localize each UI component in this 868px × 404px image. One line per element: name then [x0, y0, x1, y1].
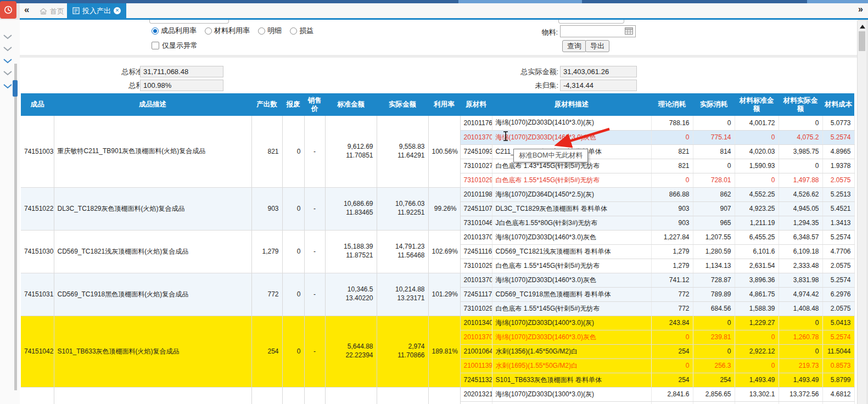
product-output-qty: 821 — [251, 116, 282, 187]
column-header[interactable]: 成品描述 — [54, 93, 251, 116]
product-description: CD569_TC1918黑色顶棚面料(火焰)复合成品 — [54, 273, 251, 316]
material-code: 20101340 — [460, 316, 492, 330]
material-theory-consumption: 0 — [651, 358, 693, 373]
product-code: 74151003 — [21, 116, 54, 187]
material-theory-consumption: 1,279 — [651, 244, 693, 259]
material-code: 20101370 — [460, 401, 492, 404]
clock-button[interactable] — [0, 1, 16, 19]
radio-icon[interactable] — [205, 27, 212, 35]
column-header[interactable]: 报废 — [282, 93, 304, 116]
tab-bar: « 首页 投入产出 ✕ — [20, 3, 868, 18]
checkbox-icon[interactable] — [152, 42, 159, 49]
product-code: 74151022 — [21, 187, 54, 230]
vertical-scrollbar[interactable] — [857, 21, 866, 404]
query-button[interactable]: 查询 — [562, 40, 586, 52]
radio-option[interactable]: 明细 — [258, 26, 282, 36]
material-code: 73101029 — [460, 259, 492, 273]
amount-line: 13.23171 — [380, 294, 425, 303]
home-icon — [40, 8, 47, 15]
expand-tabs-icon[interactable]: » — [858, 4, 863, 14]
material-actual-amount: 3,985.75 — [779, 144, 822, 159]
export-button[interactable]: 导出 — [585, 40, 609, 52]
chevron-down-icon[interactable] — [3, 70, 13, 76]
material-standard-amount: 1,229.27 — [735, 316, 779, 330]
material-row[interactable]: 74151042S101_TB633灰色顶棚面料(火焰)复合成品2540-5,6… — [21, 316, 854, 330]
material-row[interactable]: 74151022DL3C_TC1829灰色顶棚面料(火焰)复合成品9030-10… — [21, 187, 854, 201]
scrollbar-thumb[interactable] — [859, 31, 865, 51]
material-row[interactable]: 20201321海绵(1070)ZD303D(1300*3.0)(灰)2,841… — [21, 387, 854, 401]
product-description: S101_TB633灰色顶棚面料(火焰)复合成品 — [54, 316, 251, 387]
material-standard-amount — [735, 401, 779, 404]
column-header[interactable]: 销售价 — [304, 93, 325, 116]
material-row[interactable]: 74151031CD569_TC1918黑色顶棚面料(火焰)复合成品7720-1… — [21, 273, 854, 287]
material-row[interactable]: 74151030CD569_TC1821浅灰顶棚面料(火焰)复合成品1,2790… — [21, 230, 854, 244]
column-header[interactable]: 理论消耗 — [651, 93, 693, 116]
radio-icon[interactable] — [258, 27, 265, 35]
column-header[interactable]: 产出数 — [251, 93, 282, 116]
document-icon — [72, 7, 80, 14]
chevron-down-icon[interactable] — [3, 83, 13, 89]
material-actual-consumption: 1,280.59 — [693, 244, 735, 259]
product-sale-price: - — [304, 116, 325, 187]
material-code: 72451107 — [460, 201, 492, 216]
product-output-qty: 903 — [251, 187, 282, 230]
lookup-grid-icon[interactable] — [625, 27, 633, 35]
clipped-input[interactable] — [149, 20, 229, 24]
column-header[interactable]: 材料成本 — [822, 93, 854, 116]
material-actual-consumption: 965 — [693, 216, 735, 230]
column-header[interactable]: 实际消耗 — [693, 93, 735, 116]
material-actual-amount: 6,109.18 — [779, 244, 822, 259]
product-utilization: 99.26% — [428, 187, 460, 230]
collapse-tabs-icon[interactable]: « — [24, 4, 29, 15]
radio-option[interactable]: 损益 — [290, 26, 313, 36]
chevron-down-icon[interactable] — [3, 58, 13, 64]
clipped-input[interactable] — [558, 20, 624, 24]
abnormal-only-checkbox-row[interactable]: 仅显示异常 — [152, 41, 198, 50]
material-actual-amount: 4,075.2 — [779, 130, 822, 144]
material-standard-amount: 1,590.93 — [735, 159, 779, 173]
radio-icon[interactable] — [290, 27, 297, 35]
column-header[interactable]: 实际金额 — [377, 93, 428, 116]
material-actual-amount: 6,348.57 — [779, 230, 822, 244]
scroll-up-icon[interactable] — [860, 25, 865, 29]
product-actual-amount: 10,766.0311.92251 — [377, 187, 428, 230]
radio-icon[interactable] — [152, 27, 159, 35]
column-header[interactable]: 原材料 — [460, 93, 492, 116]
radio-option[interactable]: 成品利用率 — [152, 26, 197, 36]
material-unit-cost: 6.2976 — [822, 287, 854, 301]
product-standard-amount: 10,346.513.40220 — [325, 273, 377, 316]
chevron-down-icon[interactable] — [3, 34, 13, 40]
amount-line: 22.22394 — [329, 351, 373, 360]
material-description: 海绵(1070)ZD303D(1400*3.0)(灰) — [492, 316, 651, 330]
total-standard-value: 31,711,068.48 — [140, 66, 223, 77]
column-header[interactable]: 成品 — [21, 93, 54, 116]
column-header[interactable]: 标准金额 — [325, 93, 377, 116]
material-actual-amount: 0 — [779, 344, 822, 358]
column-header[interactable]: 材料标准金额 — [735, 93, 779, 116]
material-actual-consumption: 684.56 — [693, 301, 735, 316]
material-actual-consumption: 0 — [693, 159, 735, 173]
radio-label: 损益 — [299, 26, 313, 36]
sidebar-scrollbar-track[interactable] — [14, 64, 17, 390]
material-description: 海绵(1070)ZD364D(1450*2.5)(灰) — [492, 187, 651, 201]
material-standard-amount: 4,861.75 — [735, 287, 779, 301]
material-code: 21001139 — [460, 358, 492, 373]
material-code: 72451116 — [460, 244, 492, 259]
material-row[interactable]: 74151003重庆敏特C211_TB901灰色顶棚面料(火焰)复合成品8210… — [21, 116, 854, 130]
material-description: 海绵(1070)ZD303D(1460*3.0)灰色 — [492, 230, 651, 244]
sidebar-scrollbar-thumb[interactable] — [13, 80, 18, 97]
product-utilization: 102.69% — [428, 230, 460, 273]
column-header[interactable]: 材料实际金额 — [779, 93, 822, 116]
radio-option[interactable]: 材料利用率 — [205, 26, 250, 36]
column-header[interactable]: 利用率 — [428, 93, 460, 116]
tab-input-output[interactable]: 投入产出 ✕ — [67, 3, 126, 18]
close-tab-icon[interactable]: ✕ — [114, 7, 121, 14]
product-code: 74151031 — [21, 273, 54, 316]
chevron-down-icon[interactable] — [3, 46, 13, 52]
material-actual-amount: 3,831.98 — [779, 273, 822, 287]
report-type-radio-group: 成品利用率材料利用率明细损益 — [152, 26, 313, 36]
material-standard-amount: 2,922.12 — [735, 344, 779, 358]
material-theory-consumption: 0 — [651, 130, 693, 144]
tab-home[interactable]: 首页 — [34, 4, 70, 18]
column-header[interactable]: 原材料描述 — [492, 93, 651, 116]
